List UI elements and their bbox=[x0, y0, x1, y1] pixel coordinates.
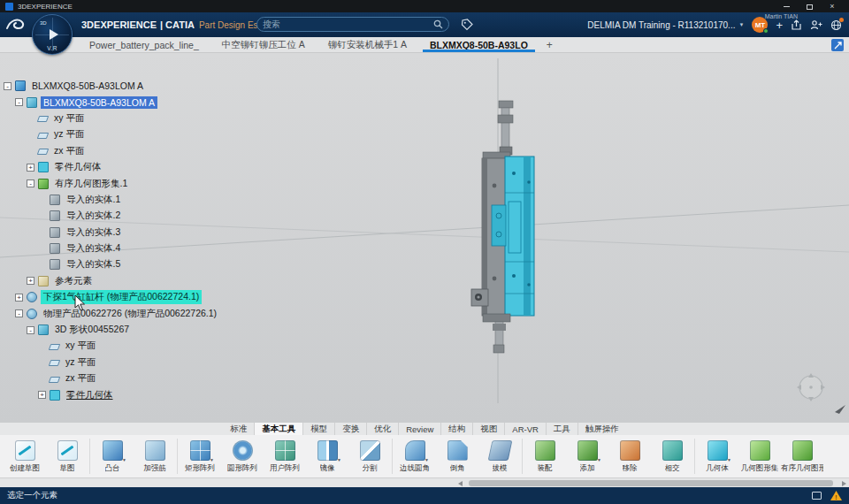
search-input[interactable] bbox=[263, 19, 433, 29]
ribbon-tab[interactable]: 工具 bbox=[546, 423, 577, 435]
warning-icon[interactable]: ! bbox=[830, 491, 842, 500]
tree-item[interactable]: + 零件几何体 bbox=[4, 159, 219, 175]
tree-item[interactable]: 导入的实体.4 bbox=[4, 241, 219, 256]
ribbon-tab[interactable]: 结构 bbox=[440, 423, 472, 435]
tree-item[interactable]: - BLXMXQ8-50B-A93LOM A bbox=[4, 78, 219, 94]
expander-icon[interactable]: - bbox=[27, 326, 34, 334]
expander-icon[interactable]: + bbox=[38, 391, 46, 399]
ribbon-tab[interactable]: 视图 bbox=[472, 423, 504, 435]
ribbon-tool[interactable]: 移除 bbox=[608, 437, 651, 474]
ribbon-tool[interactable]: 几何图形集 bbox=[738, 437, 781, 474]
document-tab[interactable]: Power_battery_pack_line_ bbox=[78, 37, 210, 52]
ribbon-tool[interactable]: 倒角 bbox=[436, 437, 478, 474]
ribbon-tab[interactable]: 变换 bbox=[334, 423, 366, 435]
expander-icon[interactable]: - bbox=[27, 179, 34, 187]
dropdown-arrow-icon[interactable]: ▼ bbox=[424, 457, 429, 462]
ribbon-tab[interactable]: 触屏操作 bbox=[577, 423, 626, 435]
collab-space-selector[interactable]: DELMIA DM Training - R113210170... ▼ bbox=[587, 20, 744, 30]
ribbon-tool[interactable]: 圆形阵列 bbox=[221, 437, 264, 474]
minimize-button[interactable] bbox=[775, 0, 798, 12]
dropdown-arrow-icon[interactable]: ▼ bbox=[597, 457, 601, 462]
ribbon-tool[interactable]: ▼ 添加 bbox=[566, 437, 608, 474]
share-icon[interactable] bbox=[791, 19, 802, 31]
ribbon-tool[interactable]: 有序几何图形集 bbox=[781, 437, 823, 474]
ribbon-tool-iconwrap: ▼ bbox=[575, 438, 600, 462]
tree-item[interactable]: - 3D 形状00455267 bbox=[4, 322, 219, 338]
tree-item[interactable]: - 有序几何图形集.1 bbox=[4, 175, 219, 191]
document-tab[interactable]: BLXMXQ8-50B-A93LO bbox=[418, 37, 539, 52]
globe-icon[interactable] bbox=[830, 19, 842, 31]
expander-icon[interactable]: + bbox=[27, 277, 34, 285]
ribbon-tab[interactable]: AR-VR bbox=[504, 423, 546, 435]
dropdown-arrow-icon[interactable]: ▼ bbox=[337, 457, 341, 462]
tree-item[interactable]: zx 平面 bbox=[4, 370, 219, 386]
ribbon-tab[interactable]: 模型 bbox=[302, 423, 334, 435]
ribbon-tool[interactable]: 草图 bbox=[46, 437, 88, 474]
ribbon-tool-iconwrap bbox=[532, 438, 557, 462]
tree-item[interactable]: - BLXMXQ8-50B-A93LOM A bbox=[4, 94, 219, 110]
ribbon-tool[interactable]: 分割 bbox=[348, 437, 391, 474]
ribbon-tab[interactable]: 标准 bbox=[223, 423, 254, 435]
add-content-icon[interactable]: + bbox=[776, 19, 783, 31]
tree-indent bbox=[4, 150, 27, 151]
expander-icon[interactable]: - bbox=[15, 98, 23, 106]
ribbon-tool[interactable]: 加强筋 bbox=[134, 437, 176, 474]
tree-item[interactable]: 导入的实体.1 bbox=[4, 192, 219, 208]
dropdown-arrow-icon[interactable]: ▼ bbox=[122, 457, 126, 462]
document-tab[interactable]: 中空铆钉铆压工位 A bbox=[210, 37, 317, 52]
tree-item[interactable]: zx 平面 bbox=[4, 143, 219, 159]
new-tab-button[interactable]: + bbox=[539, 37, 560, 52]
ribbon-tool[interactable]: 用户阵列 bbox=[264, 437, 306, 474]
scrollbar-thumb[interactable] bbox=[469, 480, 833, 486]
scroll-right-icon[interactable] bbox=[842, 481, 846, 486]
scroll-left-icon[interactable] bbox=[458, 481, 463, 486]
3dexperience-compass[interactable]: 3D V.R bbox=[32, 14, 73, 55]
collaboration-icon[interactable] bbox=[810, 19, 822, 30]
ribbon-tool[interactable]: 拔模 bbox=[478, 437, 521, 474]
tree-item[interactable]: - 物理产品00622726 (物理产品00622726.1) bbox=[4, 305, 219, 321]
ribbon-tab[interactable]: 优化 bbox=[366, 423, 398, 435]
tree-item[interactable]: 导入的实体.2 bbox=[4, 208, 219, 224]
model-pneumatic-cylinder[interactable] bbox=[471, 101, 534, 353]
viewport-3d[interactable]: - BLXMXQ8-50B-A93LOM A - BLXMXQ8-50B-A93… bbox=[0, 53, 849, 423]
navigation-compass[interactable] bbox=[797, 373, 825, 401]
expander-icon[interactable]: + bbox=[15, 294, 23, 302]
ribbon-tab[interactable]: Review bbox=[398, 423, 440, 435]
statusbar-icons: ! bbox=[812, 491, 842, 500]
tree-item[interactable]: yz 平面 bbox=[4, 355, 219, 370]
expander-icon[interactable]: + bbox=[27, 164, 34, 172]
tree-item[interactable]: xy 平面 bbox=[4, 338, 219, 354]
search-box[interactable] bbox=[256, 17, 449, 32]
tree-item[interactable]: 导入的实体.5 bbox=[4, 256, 219, 272]
ribbon-tool[interactable]: 相交 bbox=[651, 437, 693, 474]
ribbon-tool[interactable]: 装配 bbox=[524, 437, 566, 474]
tree-item[interactable]: yz 平面 bbox=[4, 126, 219, 142]
ribbon-tab[interactable]: 基本工具 bbox=[254, 423, 302, 435]
dropdown-arrow-icon[interactable]: ▼ bbox=[727, 457, 731, 462]
expander-icon[interactable]: - bbox=[4, 82, 11, 90]
tag-icon[interactable] bbox=[461, 19, 473, 34]
tree-item[interactable]: + 零件几何体 bbox=[4, 386, 219, 402]
ribbon-tool[interactable]: ▼ 边线圆角 bbox=[394, 437, 436, 474]
viewport-corner-arrow-icon[interactable] bbox=[835, 405, 845, 414]
panel-toggle-icon[interactable] bbox=[812, 492, 822, 500]
avatar[interactable]: MT bbox=[752, 17, 768, 33]
ribbon-scrollbar[interactable] bbox=[0, 477, 849, 487]
tree-item[interactable]: 导入的实体.3 bbox=[4, 225, 219, 241]
expand-viewport-icon[interactable] bbox=[831, 39, 844, 51]
tree-item[interactable]: + 下探1气缸缸杆 (物理产品00622724.1) bbox=[4, 289, 219, 305]
tree-item[interactable]: + 参考元素 bbox=[4, 273, 219, 289]
document-tab[interactable]: 铆钉安装机械手1 A bbox=[317, 37, 418, 52]
tree-item[interactable]: xy 平面 bbox=[4, 111, 219, 126]
ribbon-tool[interactable]: 创建草图 bbox=[4, 437, 46, 474]
ribbon-tool[interactable]: ▼ 矩形阵列 bbox=[179, 437, 221, 474]
search-icon[interactable] bbox=[433, 17, 443, 33]
ribbon-tool[interactable]: ▼ 镜像 bbox=[306, 437, 348, 474]
ribbon-tool[interactable]: ▼ 几何体 bbox=[696, 437, 738, 474]
ribbon-tool-iconwrap bbox=[660, 438, 685, 462]
close-button[interactable]: × bbox=[821, 0, 844, 12]
ribbon-tool[interactable]: ▼ 凸台 bbox=[91, 437, 134, 474]
expander-icon[interactable]: - bbox=[15, 309, 23, 317]
dropdown-arrow-icon[interactable]: ▼ bbox=[210, 457, 214, 462]
maximize-button[interactable] bbox=[798, 0, 821, 12]
